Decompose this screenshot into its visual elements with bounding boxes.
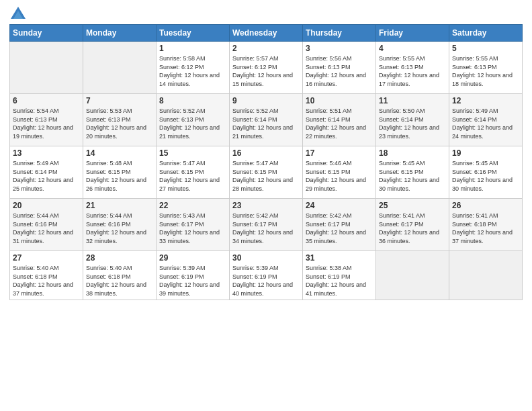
calendar-cell: 10Sunrise: 5:51 AMSunset: 6:14 PMDayligh…	[303, 94, 376, 146]
weekday-header-wednesday: Wednesday	[230, 25, 303, 42]
calendar-cell: 2Sunrise: 5:57 AMSunset: 6:12 PMDaylight…	[230, 42, 303, 94]
day-info: Sunrise: 5:56 AMSunset: 6:13 PMDaylight:…	[306, 54, 373, 88]
day-number: 3	[306, 44, 373, 53]
calendar-table: SundayMondayTuesdayWednesdayThursdayFrid…	[9, 24, 523, 300]
day-number: 15	[159, 148, 226, 158]
day-number: 6	[13, 96, 80, 105]
calendar-cell: 5Sunrise: 5:55 AMSunset: 6:13 PMDaylight…	[449, 42, 523, 94]
calendar-cell: 14Sunrise: 5:48 AMSunset: 6:15 PMDayligh…	[83, 146, 157, 199]
weekday-header-sunday: Sunday	[10, 25, 83, 42]
day-number: 11	[379, 96, 446, 105]
day-info: Sunrise: 5:52 AMSunset: 6:13 PMDaylight:…	[159, 107, 226, 140]
day-info: Sunrise: 5:39 AMSunset: 6:19 PMDaylight:…	[159, 264, 226, 298]
day-info: Sunrise: 5:46 AMSunset: 6:15 PMDaylight:…	[306, 159, 373, 193]
weekday-header-monday: Monday	[83, 25, 157, 42]
day-number: 12	[452, 96, 519, 105]
day-info: Sunrise: 5:41 AMSunset: 6:17 PMDaylight:…	[379, 212, 446, 245]
day-info: Sunrise: 5:58 AMSunset: 6:12 PMDaylight:…	[159, 54, 226, 88]
calendar-cell	[10, 42, 83, 94]
calendar-cell: 21Sunrise: 5:44 AMSunset: 6:16 PMDayligh…	[83, 199, 157, 251]
day-number: 21	[86, 201, 153, 210]
day-number: 9	[232, 96, 300, 105]
calendar-cell	[449, 251, 523, 300]
calendar-cell: 16Sunrise: 5:47 AMSunset: 6:15 PMDayligh…	[230, 146, 303, 199]
calendar-cell: 4Sunrise: 5:55 AMSunset: 6:13 PMDaylight…	[376, 42, 449, 94]
day-info: Sunrise: 5:43 AMSunset: 6:17 PMDaylight:…	[159, 212, 226, 245]
calendar-cell: 8Sunrise: 5:52 AMSunset: 6:13 PMDaylight…	[157, 94, 230, 146]
day-info: Sunrise: 5:38 AMSunset: 6:19 PMDaylight:…	[306, 264, 373, 298]
calendar-cell: 12Sunrise: 5:49 AMSunset: 6:14 PMDayligh…	[449, 94, 523, 146]
day-number: 8	[159, 96, 226, 105]
day-number: 26	[452, 201, 519, 210]
calendar-week-row: 27Sunrise: 5:40 AMSunset: 6:18 PMDayligh…	[10, 251, 523, 300]
day-info: Sunrise: 5:49 AMSunset: 6:14 PMDaylight:…	[452, 107, 519, 140]
calendar-cell: 1Sunrise: 5:58 AMSunset: 6:12 PMDaylight…	[157, 42, 230, 94]
calendar-cell	[376, 251, 449, 300]
weekday-header-tuesday: Tuesday	[157, 25, 230, 42]
calendar-week-row: 1Sunrise: 5:58 AMSunset: 6:12 PMDaylight…	[10, 42, 523, 94]
day-number: 5	[452, 44, 519, 53]
calendar-cell: 13Sunrise: 5:49 AMSunset: 6:14 PMDayligh…	[10, 146, 83, 199]
calendar-cell: 20Sunrise: 5:44 AMSunset: 6:16 PMDayligh…	[10, 199, 83, 251]
logo-icon	[11, 7, 26, 19]
calendar-cell: 18Sunrise: 5:45 AMSunset: 6:15 PMDayligh…	[376, 146, 449, 199]
day-info: Sunrise: 5:57 AMSunset: 6:12 PMDaylight:…	[232, 54, 300, 88]
day-info: Sunrise: 5:39 AMSunset: 6:19 PMDaylight:…	[232, 264, 300, 298]
day-info: Sunrise: 5:41 AMSunset: 6:18 PMDaylight:…	[452, 212, 519, 245]
calendar-cell: 15Sunrise: 5:47 AMSunset: 6:15 PMDayligh…	[157, 146, 230, 199]
day-number: 31	[306, 253, 373, 263]
day-number: 28	[86, 253, 153, 263]
calendar-cell: 7Sunrise: 5:53 AMSunset: 6:13 PMDaylight…	[83, 94, 157, 146]
calendar-page: SundayMondayTuesdayWednesdayThursdayFrid…	[0, 0, 532, 411]
calendar-week-row: 6Sunrise: 5:54 AMSunset: 6:13 PMDaylight…	[10, 94, 523, 146]
day-number: 22	[159, 201, 226, 210]
day-number: 24	[306, 201, 373, 210]
calendar-cell: 25Sunrise: 5:41 AMSunset: 6:17 PMDayligh…	[376, 199, 449, 251]
day-number: 13	[13, 148, 80, 158]
header	[9, 7, 523, 19]
day-number: 18	[379, 148, 446, 158]
day-info: Sunrise: 5:45 AMSunset: 6:15 PMDaylight:…	[379, 159, 446, 193]
weekday-header-friday: Friday	[376, 25, 449, 42]
calendar-cell: 6Sunrise: 5:54 AMSunset: 6:13 PMDaylight…	[10, 94, 83, 146]
day-info: Sunrise: 5:44 AMSunset: 6:16 PMDaylight:…	[86, 212, 153, 245]
day-number: 16	[232, 148, 300, 158]
calendar-cell: 31Sunrise: 5:38 AMSunset: 6:19 PMDayligh…	[303, 251, 376, 300]
calendar-cell: 24Sunrise: 5:42 AMSunset: 6:17 PMDayligh…	[303, 199, 376, 251]
day-number: 1	[159, 44, 226, 53]
day-info: Sunrise: 5:42 AMSunset: 6:17 PMDaylight:…	[232, 212, 300, 245]
day-info: Sunrise: 5:47 AMSunset: 6:15 PMDaylight:…	[232, 159, 300, 193]
weekday-header-thursday: Thursday	[303, 25, 376, 42]
calendar-week-row: 13Sunrise: 5:49 AMSunset: 6:14 PMDayligh…	[10, 146, 523, 199]
calendar-cell	[83, 42, 157, 94]
day-info: Sunrise: 5:55 AMSunset: 6:13 PMDaylight:…	[452, 54, 519, 88]
day-number: 2	[232, 44, 300, 53]
day-number: 17	[306, 148, 373, 158]
day-number: 4	[379, 44, 446, 53]
day-number: 14	[86, 148, 153, 158]
day-info: Sunrise: 5:55 AMSunset: 6:13 PMDaylight:…	[379, 54, 446, 88]
calendar-cell: 30Sunrise: 5:39 AMSunset: 6:19 PMDayligh…	[230, 251, 303, 300]
logo	[9, 7, 26, 19]
day-info: Sunrise: 5:44 AMSunset: 6:16 PMDaylight:…	[13, 212, 80, 245]
weekday-header-row: SundayMondayTuesdayWednesdayThursdayFrid…	[10, 25, 523, 42]
day-info: Sunrise: 5:47 AMSunset: 6:15 PMDaylight:…	[159, 159, 226, 193]
day-number: 20	[13, 201, 80, 210]
calendar-cell: 3Sunrise: 5:56 AMSunset: 6:13 PMDaylight…	[303, 42, 376, 94]
day-number: 23	[232, 201, 300, 210]
day-number: 10	[306, 96, 373, 105]
calendar-cell: 19Sunrise: 5:45 AMSunset: 6:16 PMDayligh…	[449, 146, 523, 199]
day-info: Sunrise: 5:40 AMSunset: 6:18 PMDaylight:…	[86, 264, 153, 298]
calendar-cell: 11Sunrise: 5:50 AMSunset: 6:14 PMDayligh…	[376, 94, 449, 146]
day-info: Sunrise: 5:48 AMSunset: 6:15 PMDaylight:…	[86, 159, 153, 193]
calendar-cell: 27Sunrise: 5:40 AMSunset: 6:18 PMDayligh…	[10, 251, 83, 300]
day-info: Sunrise: 5:49 AMSunset: 6:14 PMDaylight:…	[13, 159, 80, 193]
day-info: Sunrise: 5:51 AMSunset: 6:14 PMDaylight:…	[306, 107, 373, 140]
calendar-cell: 9Sunrise: 5:52 AMSunset: 6:14 PMDaylight…	[230, 94, 303, 146]
day-number: 25	[379, 201, 446, 210]
day-number: 19	[452, 148, 519, 158]
day-info: Sunrise: 5:54 AMSunset: 6:13 PMDaylight:…	[13, 107, 80, 140]
day-number: 7	[86, 96, 153, 105]
calendar-cell: 26Sunrise: 5:41 AMSunset: 6:18 PMDayligh…	[449, 199, 523, 251]
day-number: 30	[232, 253, 300, 263]
